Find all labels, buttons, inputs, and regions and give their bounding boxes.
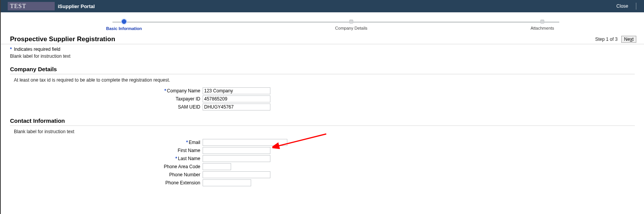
label-text: First Name: [178, 148, 200, 153]
next-button[interactable]: Next: [621, 36, 636, 43]
field-row-phone-ext: Phone Extension: [10, 179, 635, 186]
label-text: Email: [189, 140, 200, 145]
step-label: Basic Information: [93, 26, 155, 31]
progress-step-attachments[interactable]: Attachments: [512, 19, 573, 30]
phone-extension-input[interactable]: [203, 179, 251, 186]
close-link[interactable]: Close: [616, 3, 628, 9]
company-note: At least one tax id is required to be ab…: [14, 77, 635, 83]
asterisk-icon: *: [175, 156, 177, 161]
field-row-taxpayer: Taxpayer ID: [10, 95, 635, 102]
page-title: Prospective Supplier Registration: [10, 35, 115, 43]
asterisk-icon: *: [164, 88, 166, 94]
step-label: Company Details: [320, 26, 382, 30]
company-name-input[interactable]: [203, 87, 270, 94]
label-phone-ext: Phone Extension: [10, 180, 203, 186]
label-text: Taxpayer ID: [176, 96, 200, 102]
label-text: Phone Area Code: [164, 164, 200, 169]
field-row-phone-area: Phone Area Code: [10, 163, 635, 170]
last-name-input[interactable]: [203, 155, 270, 162]
field-row-email: *Email: [10, 139, 635, 146]
field-row-last-name: *Last Name: [10, 155, 635, 162]
label-phone-number: Phone Number: [10, 172, 203, 177]
label-email: *Email: [10, 140, 203, 145]
label-text: Last Name: [178, 156, 200, 161]
sam-ueid-input[interactable]: [203, 104, 270, 110]
label-phone-area: Phone Area Code: [10, 164, 203, 169]
taxpayer-id-input[interactable]: [203, 95, 270, 102]
step-indicator-icon: [540, 20, 544, 23]
field-row-phone-number: Phone Number: [10, 171, 635, 178]
step-indicator-active-icon: [122, 19, 126, 24]
section-header-company: Company Details: [10, 64, 635, 74]
app-header: TEST iSupplier Portal Close: [1, 0, 644, 12]
first-name-input[interactable]: [203, 147, 270, 154]
header-actions: Close: [616, 0, 644, 12]
asterisk-icon: *: [10, 47, 12, 52]
contact-instruction: Blank label for instruction text: [14, 129, 635, 134]
progress-train: Basic Information Company Details Attach…: [12, 19, 632, 35]
instruction-text: Blank label for instruction text: [10, 54, 635, 59]
label-taxpayer: Taxpayer ID: [10, 96, 203, 102]
label-text: Phone Number: [169, 172, 200, 177]
label-sam: SAM UEID: [10, 104, 203, 110]
label-company-name: *Company Name: [10, 88, 203, 94]
divider-icon: [636, 3, 636, 10]
step-counter: Step 1 of 3: [595, 37, 617, 42]
title-bar: Prospective Supplier Registration Step 1…: [1, 35, 644, 44]
label-first-name: First Name: [10, 148, 203, 153]
next-button-label: Next: [624, 37, 634, 42]
email-input[interactable]: [203, 139, 287, 146]
phone-area-code-input[interactable]: [203, 163, 231, 170]
label-text: Phone Extension: [165, 180, 200, 186]
label-text: Company Name: [167, 88, 200, 94]
required-field-text: Indicates required field: [14, 47, 60, 52]
step-label: Attachments: [512, 26, 573, 30]
field-row-first-name: First Name: [10, 147, 635, 154]
environment-badge: TEST: [8, 2, 55, 10]
label-last-name: *Last Name: [10, 156, 203, 161]
title-actions: Step 1 of 3 Next: [595, 36, 636, 43]
progress-step-basic-information[interactable]: Basic Information: [93, 19, 155, 31]
progress-step-company-details[interactable]: Company Details: [320, 19, 382, 30]
page-root: TEST iSupplier Portal Close Basic Inform…: [0, 0, 644, 214]
field-row-company-name: *Company Name: [10, 87, 635, 94]
phone-number-input[interactable]: [203, 171, 270, 178]
label-text: SAM UEID: [178, 104, 200, 110]
step-indicator-icon: [349, 20, 353, 23]
portal-title: iSupplier Portal: [58, 3, 95, 9]
required-field-legend: * Indicates required field: [10, 47, 635, 52]
form-body: * Indicates required field Blank label f…: [1, 44, 644, 186]
section-header-contact: Contact Information: [10, 116, 635, 126]
asterisk-icon: *: [186, 140, 188, 145]
field-row-sam: SAM UEID: [10, 104, 635, 110]
